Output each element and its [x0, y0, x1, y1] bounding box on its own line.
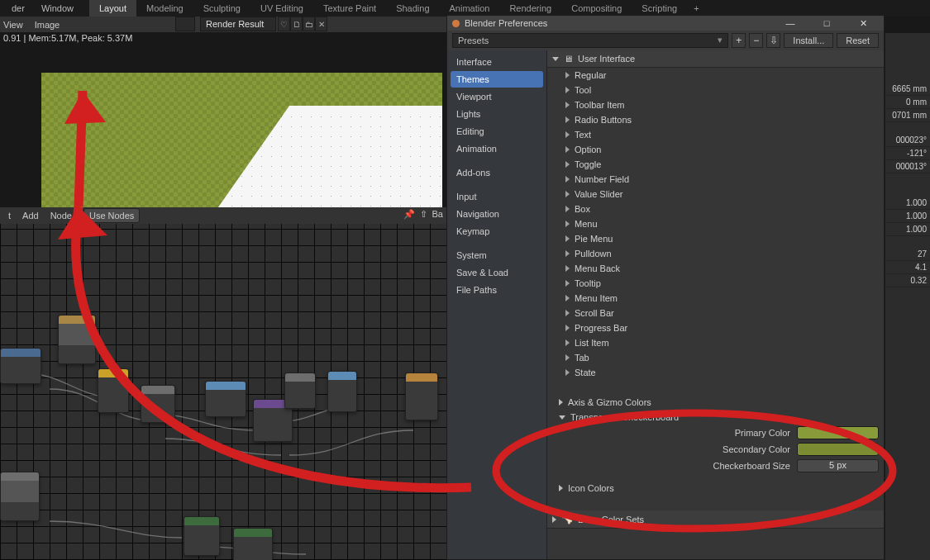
sidebar-item-interface[interactable]: Interface	[451, 54, 543, 70]
preferences-sidebar[interactable]: Interface Themes Viewport Lights Editing…	[447, 50, 546, 559]
menu-file[interactable]: der	[3, 0, 33, 17]
node-menu-node[interactable]: Node	[50, 211, 72, 221]
checker-size-field[interactable]: 5 px	[797, 459, 879, 472]
tab-sculpting[interactable]: Sculpting	[193, 0, 250, 17]
tab-compositing[interactable]: Compositing	[561, 0, 632, 17]
render-preview[interactable]	[41, 73, 442, 207]
item-radio-buttons[interactable]: Radio Buttons	[547, 112, 884, 127]
reset-button[interactable]: Reset	[837, 33, 879, 48]
tab-uv-editing[interactable]: UV Editing	[250, 0, 313, 17]
node-output-1[interactable]	[405, 373, 438, 420]
item-box[interactable]: Box	[547, 202, 884, 216]
node-converter-1[interactable]	[205, 381, 246, 417]
window-close-button[interactable]: ✕	[847, 17, 879, 30]
tab-texture-paint[interactable]: Texture Paint	[313, 0, 386, 17]
prop-scale-z[interactable]: 1.000	[885, 223, 930, 236]
item-progress-bar[interactable]: Progress Bar	[547, 320, 884, 335]
sidebar-item-system[interactable]: System	[451, 247, 543, 263]
tab-shading[interactable]: Shading	[386, 0, 439, 17]
sidebar-item-navigation[interactable]: Navigation	[451, 206, 543, 222]
sidebar-item-viewport[interactable]: Viewport	[451, 88, 543, 105]
unlink-image-icon[interactable]: ✕	[315, 17, 327, 31]
node-image-2[interactable]	[0, 472, 40, 521]
primary-color-swatch[interactable]	[797, 426, 879, 439]
prop-rot-x[interactable]: 000023°	[885, 134, 930, 147]
preset-remove-button[interactable]: −	[749, 33, 763, 48]
secondary-color-swatch[interactable]	[797, 443, 879, 456]
prop-misc-1[interactable]: 27	[885, 248, 930, 261]
section-icon-colors[interactable]: Icon Colors	[547, 481, 884, 496]
properties-panel[interactable]: 6665 mm 0 mm 0701 mm 000023° -121° 00001…	[885, 33, 930, 560]
sidebar-item-animation[interactable]: Animation	[451, 140, 543, 157]
preferences-titlebar[interactable]: Blender Preferences — □ ✕	[447, 16, 884, 31]
node-color-1[interactable]	[98, 368, 129, 413]
preset-add-button[interactable]: +	[732, 33, 746, 48]
item-pie-menu[interactable]: Pie Menu	[547, 231, 884, 246]
tab-scripting[interactable]: Scripting	[632, 0, 687, 17]
sidebar-item-lights[interactable]: Lights	[451, 106, 543, 122]
item-state[interactable]: State	[547, 365, 884, 380]
img-menu-image[interactable]: Image	[35, 20, 60, 30]
node-converter-2[interactable]	[327, 371, 357, 412]
node-menu-add[interactable]: Add	[22, 211, 39, 221]
window-minimize-button[interactable]: —	[775, 17, 806, 30]
fake-user-icon[interactable]: ♡	[278, 17, 290, 31]
use-nodes-toggle[interactable]: Use Nodes	[83, 208, 140, 223]
presets-dropdown[interactable]: Presets	[452, 33, 728, 48]
prop-rot-z[interactable]: 000013°	[885, 160, 930, 173]
sidebar-item-input[interactable]: Input	[451, 188, 543, 205]
sidebar-item-filepaths[interactable]: File Paths	[451, 282, 543, 298]
node-filter-1[interactable]	[141, 385, 175, 423]
node-group-2[interactable]	[233, 528, 273, 560]
image-name-dropdown[interactable]: Render Result	[200, 17, 276, 31]
item-regular[interactable]: Regular	[547, 68, 884, 83]
node-menu-select[interactable]: t	[8, 211, 11, 221]
item-tooltip[interactable]: Tooltip	[547, 276, 884, 291]
prop-dim-y[interactable]: 0 mm	[885, 96, 930, 109]
section-axis-gizmo-colors[interactable]: Axis & Gizmo Colors	[547, 395, 884, 410]
tab-modeling[interactable]: Modeling	[136, 0, 193, 17]
sidebar-item-saveload[interactable]: Save & Load	[451, 264, 543, 281]
image-selector-icon[interactable]	[175, 17, 195, 31]
install-button[interactable]: Install...	[784, 33, 833, 48]
import-icon[interactable]: ⇩	[766, 33, 780, 48]
backdrop-label[interactable]: Ba	[432, 209, 443, 220]
prop-scale-x[interactable]: 1.000	[885, 197, 930, 210]
item-text[interactable]: Text	[547, 127, 884, 142]
parent-icon[interactable]: ⇧	[420, 209, 427, 220]
prop-misc-2[interactable]: 4.1	[885, 261, 930, 274]
sidebar-item-keymap[interactable]: Keymap	[451, 223, 543, 240]
prop-misc-3[interactable]: 0.32	[885, 274, 930, 287]
item-option[interactable]: Option	[547, 142, 884, 157]
node-editor[interactable]: t Add Node Use Nodes 📌 ⇧ Ba	[0, 207, 446, 560]
section-user-interface[interactable]: 🖥 User Interface	[547, 50, 884, 68]
node-mix-1[interactable]	[0, 348, 41, 384]
item-number-field[interactable]: Number Field	[547, 172, 884, 187]
item-toggle[interactable]: Toggle	[547, 157, 884, 172]
node-filter-2[interactable]	[284, 373, 316, 409]
item-menu-item[interactable]: Menu Item	[547, 291, 884, 306]
item-tab[interactable]: Tab	[547, 350, 884, 365]
tab-animation[interactable]: Animation	[440, 0, 500, 17]
tab-rendering[interactable]: Rendering	[499, 0, 561, 17]
item-tool[interactable]: Tool	[547, 83, 884, 97]
item-menu-back[interactable]: Menu Back	[547, 261, 884, 276]
node-image-1[interactable]	[58, 315, 96, 364]
sidebar-item-themes[interactable]: Themes	[451, 71, 543, 88]
prop-scale-y[interactable]: 1.000	[885, 210, 930, 223]
item-pulldown[interactable]: Pulldown	[547, 246, 884, 261]
new-image-icon[interactable]: 🗋	[290, 17, 303, 31]
workspace-tabs[interactable]: Layout Modeling Sculpting UV Editing Tex…	[89, 0, 706, 17]
item-value-slider[interactable]: Value Slider	[547, 187, 884, 202]
open-image-icon[interactable]: 🗀	[303, 17, 315, 31]
node-group-1[interactable]	[184, 516, 220, 556]
item-list-item[interactable]: List Item	[547, 335, 884, 350]
preferences-window[interactable]: Blender Preferences — □ ✕ Presets + − ⇩ …	[446, 15, 885, 560]
menu-window[interactable]: Window	[33, 0, 82, 17]
sidebar-item-addons[interactable]: Add-ons	[451, 164, 543, 181]
add-workspace-button[interactable]: +	[687, 0, 705, 17]
section-transparent-checkerboard[interactable]: Transparent Checkerboard	[547, 410, 884, 425]
item-scroll-bar[interactable]: Scroll Bar	[547, 306, 884, 320]
pin-icon[interactable]: 📌	[403, 209, 415, 220]
img-menu-view[interactable]: View	[3, 20, 23, 30]
